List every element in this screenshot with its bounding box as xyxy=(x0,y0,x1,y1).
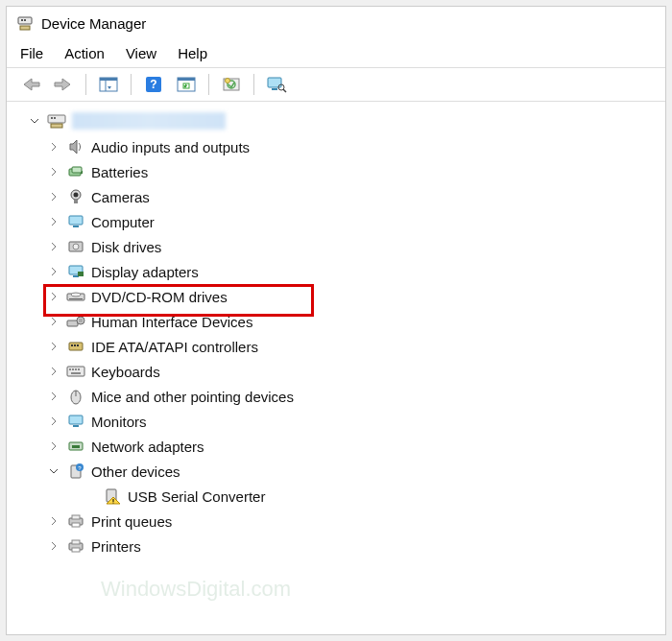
node-print-queues[interactable]: Print queues xyxy=(43,509,661,534)
chevron-right-icon[interactable] xyxy=(47,539,60,553)
node-label: Disk drives xyxy=(91,239,161,255)
node-other-devices[interactable]: ? Other devices xyxy=(43,459,661,484)
node-label: Monitors xyxy=(91,414,147,430)
show-hide-tree-button[interactable] xyxy=(94,72,123,97)
printer-icon xyxy=(66,511,85,531)
root-blurred-label xyxy=(72,112,226,130)
node-dvd-cdrom-drives[interactable]: DVD/CD-ROM drives xyxy=(43,284,661,309)
tree-items: Audio inputs and outputs Batteries Camer… xyxy=(11,134,661,558)
chevron-down-icon[interactable] xyxy=(28,114,41,128)
watermark-text: WindowsDigital.com xyxy=(101,577,291,602)
scan-hardware-button[interactable] xyxy=(172,72,201,97)
menu-file[interactable]: File xyxy=(20,45,43,61)
node-keyboards[interactable]: Keyboards xyxy=(43,359,661,384)
svg-rect-66 xyxy=(72,523,80,527)
toolbar-separator xyxy=(253,74,254,95)
warning-device-icon xyxy=(103,487,122,506)
chevron-right-icon[interactable] xyxy=(47,439,60,453)
toolbar-separator xyxy=(131,74,132,95)
node-human-interface-devices[interactable]: Human Interface Devices xyxy=(43,309,661,334)
svg-rect-37 xyxy=(69,298,83,299)
chevron-right-icon[interactable] xyxy=(47,365,60,378)
svg-rect-68 xyxy=(72,540,80,544)
svg-rect-19 xyxy=(48,115,65,123)
node-label: Audio inputs and outputs xyxy=(91,139,250,155)
svg-point-32 xyxy=(73,244,79,249)
menu-view[interactable]: View xyxy=(126,45,156,61)
nav-forward-button[interactable] xyxy=(49,72,78,97)
device-manager-icon xyxy=(16,14,34,32)
svg-rect-10 xyxy=(178,78,195,81)
chevron-right-icon[interactable] xyxy=(47,165,60,178)
tree-root[interactable] xyxy=(11,111,661,131)
svg-rect-30 xyxy=(73,226,79,227)
node-mice-pointing-devices[interactable]: Mice and other pointing devices xyxy=(43,384,661,409)
svg-point-38 xyxy=(71,293,81,297)
cd-drive-icon xyxy=(66,287,85,306)
monitor-icon xyxy=(66,212,85,231)
svg-point-27 xyxy=(74,193,79,198)
node-audio-inputs-outputs[interactable]: Audio inputs and outputs xyxy=(43,134,661,159)
svg-text:?: ? xyxy=(150,78,156,91)
node-label: Keyboards xyxy=(91,364,160,380)
node-printers[interactable]: Printers xyxy=(43,534,661,558)
svg-rect-43 xyxy=(71,344,73,346)
update-driver-button[interactable] xyxy=(217,72,246,97)
svg-rect-49 xyxy=(75,368,77,370)
svg-rect-45 xyxy=(77,344,79,346)
node-computer[interactable]: Computer xyxy=(43,209,661,234)
node-disk-drives[interactable]: Disk drives xyxy=(43,234,661,259)
network-adapter-icon xyxy=(66,437,85,456)
chevron-right-icon[interactable] xyxy=(47,514,60,528)
device-tree[interactable]: Audio inputs and outputs Batteries Camer… xyxy=(7,102,665,634)
node-label: Print queues xyxy=(91,513,172,530)
chevron-right-icon[interactable] xyxy=(47,190,60,203)
node-label: IDE ATA/ATAPI controllers xyxy=(91,339,258,355)
chevron-right-icon[interactable] xyxy=(47,265,60,278)
menu-help[interactable]: Help xyxy=(178,45,207,61)
chevron-down-icon[interactable] xyxy=(47,464,60,478)
node-usb-serial-converter[interactable]: USB Serial Converter xyxy=(43,484,661,509)
node-label: Batteries xyxy=(91,164,148,180)
chevron-right-icon[interactable] xyxy=(47,390,60,403)
node-ide-atapi-controllers[interactable]: IDE ATA/ATAPI controllers xyxy=(43,334,661,359)
computer-root-icon xyxy=(47,111,66,131)
svg-rect-55 xyxy=(73,425,79,427)
nav-back-button[interactable] xyxy=(16,72,45,97)
node-label: Mice and other pointing devices xyxy=(91,389,294,405)
chevron-right-icon[interactable] xyxy=(47,415,60,428)
svg-rect-57 xyxy=(72,445,80,448)
svg-point-14 xyxy=(226,79,230,83)
node-label: Cameras xyxy=(91,189,150,205)
printer-icon xyxy=(66,536,85,556)
menu-action[interactable]: Action xyxy=(64,45,105,61)
node-monitors[interactable]: Monitors xyxy=(43,409,661,434)
node-label: Network adapters xyxy=(91,439,204,455)
chevron-right-icon[interactable] xyxy=(47,290,60,303)
keyboard-icon xyxy=(66,362,85,381)
toolbar-separator xyxy=(85,74,86,95)
svg-rect-47 xyxy=(69,368,71,370)
svg-rect-35 xyxy=(78,272,84,276)
svg-rect-20 xyxy=(51,117,53,119)
help-button[interactable]: ? xyxy=(139,72,168,97)
monitor-search-button[interactable] xyxy=(262,72,291,97)
chevron-right-icon[interactable] xyxy=(47,240,60,253)
node-batteries[interactable]: Batteries xyxy=(43,159,661,184)
svg-rect-44 xyxy=(74,344,76,346)
chevron-right-icon[interactable] xyxy=(47,215,60,228)
svg-rect-51 xyxy=(71,372,81,374)
node-network-adapters[interactable]: Network adapters xyxy=(43,434,661,459)
chevron-right-icon[interactable] xyxy=(47,340,60,353)
device-manager-window: Device Manager File Action View Help xyxy=(6,6,666,635)
mouse-icon xyxy=(66,387,85,406)
node-cameras[interactable]: Cameras xyxy=(43,184,661,209)
chevron-right-icon[interactable] xyxy=(47,315,60,328)
titlebar: Device Manager xyxy=(7,7,665,39)
svg-rect-16 xyxy=(272,88,277,90)
svg-rect-3 xyxy=(20,26,30,30)
chevron-right-icon[interactable] xyxy=(47,140,60,154)
svg-rect-69 xyxy=(72,548,80,552)
node-display-adapters[interactable]: Display adapters xyxy=(43,259,661,284)
svg-rect-46 xyxy=(67,367,84,376)
